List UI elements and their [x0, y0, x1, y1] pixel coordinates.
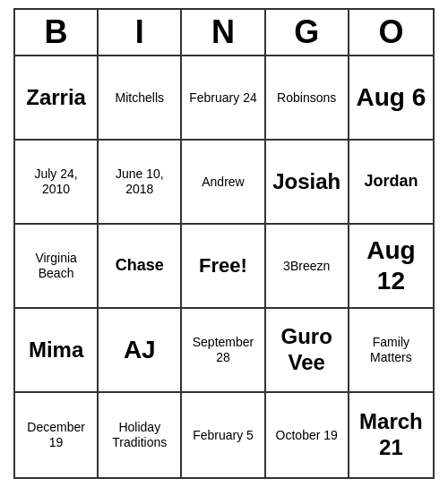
header-letter: G [266, 10, 349, 55]
bingo-cell: March 21 [349, 393, 433, 477]
bingo-cell: October 19 [266, 393, 349, 477]
bingo-cell: Andrew [182, 141, 265, 225]
bingo-cell: July 24, 2010 [15, 141, 99, 225]
bingo-header: BINGO [15, 10, 433, 56]
bingo-cell: Mima [15, 309, 99, 393]
bingo-card: BINGO ZarriaMitchellsFebruary 24Robinson… [13, 8, 435, 479]
bingo-cell: June 10, 2018 [99, 141, 182, 225]
bingo-cell: December 19 [15, 393, 99, 477]
bingo-cell: Chase [99, 225, 182, 309]
bingo-cell: Free! [182, 225, 265, 309]
header-letter: O [349, 10, 433, 55]
bingo-cell: Virginia Beach [15, 225, 99, 309]
bingo-cell: Jordan [349, 141, 433, 225]
bingo-cell: Holiday Traditions [99, 393, 182, 477]
header-letter: B [15, 10, 99, 55]
bingo-cell: AJ [99, 309, 182, 393]
bingo-grid: ZarriaMitchellsFebruary 24RobinsonsAug 6… [15, 56, 433, 477]
bingo-cell: Zarria [15, 56, 99, 141]
bingo-cell: February 24 [182, 56, 265, 141]
bingo-cell: Josiah [266, 141, 349, 225]
bingo-cell: Family Matters [349, 309, 433, 393]
bingo-cell: Aug 6 [349, 56, 433, 141]
bingo-cell: Guro Vee [266, 309, 349, 393]
bingo-cell: September 28 [182, 309, 265, 393]
bingo-cell: 3Breezn [266, 225, 349, 309]
bingo-cell: Mitchells [99, 56, 182, 141]
bingo-cell: February 5 [182, 393, 265, 477]
header-letter: I [99, 10, 182, 55]
bingo-cell: Robinsons [266, 56, 349, 141]
bingo-cell: Aug 12 [349, 225, 433, 309]
header-letter: N [182, 10, 265, 55]
